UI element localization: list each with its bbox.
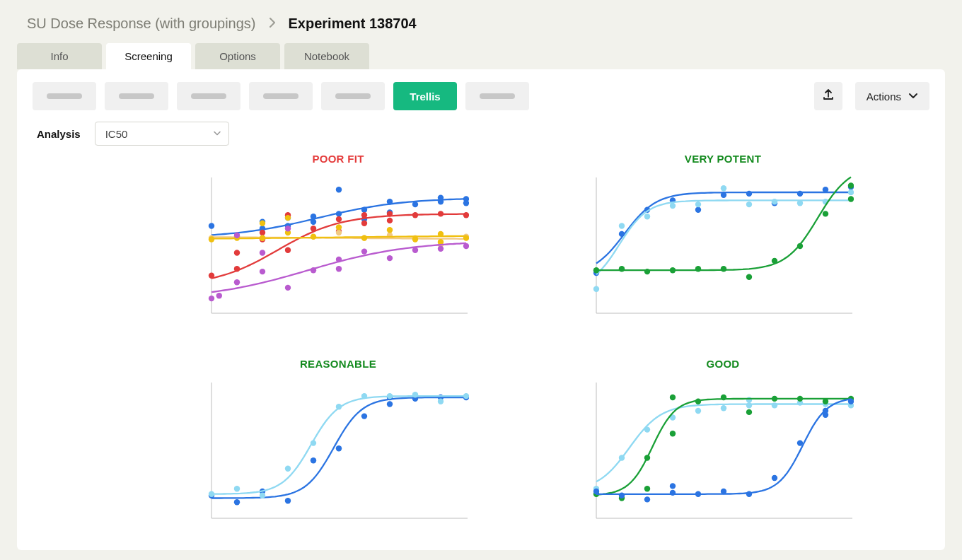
sub-tab-6[interactable] [465,82,529,110]
data-point [336,404,342,409]
data-point [670,431,676,436]
data-point [336,266,342,272]
data-point [797,200,803,206]
data-point [311,440,316,445]
chart-very_potent [592,176,854,317]
data-point [361,212,367,218]
data-point [336,257,342,262]
export-button[interactable] [814,82,842,110]
fit-curve [596,404,851,482]
data-point [746,402,752,408]
chart-good [592,381,854,523]
data-point [285,247,291,253]
data-point [593,489,599,494]
data-point [336,230,342,235]
data-point [463,393,469,399]
data-point [463,212,469,218]
toolbar: Trellis Actions [33,82,929,110]
data-point [438,211,444,216]
fit-curve [596,192,851,264]
trellis-cell-very_potent: VERY POTENT [566,153,880,329]
sub-tab-1[interactable] [105,82,168,110]
chart-poor_fit [207,176,469,317]
data-point [848,196,854,202]
panel-title: GOOD [706,358,739,370]
data-point [412,212,418,218]
data-point [260,221,265,226]
data-point [412,392,418,397]
actions-button[interactable]: Actions [855,82,929,110]
data-point [209,491,214,497]
tab-options[interactable]: Options [195,43,280,69]
data-point [438,246,444,252]
data-point [797,243,803,249]
chevron-right-icon [269,16,276,31]
data-point [361,248,367,254]
tab-info[interactable]: Info [17,43,102,69]
data-point [387,255,393,261]
data-point [260,230,265,235]
data-point [695,491,701,497]
analysis-label: Analysis [37,128,81,140]
tab-notebook[interactable]: Notebook [284,43,369,69]
data-point [209,223,214,228]
chevron-down-icon [213,128,221,140]
data-point [721,266,726,272]
fit-curve [596,200,851,274]
sub-tab-0[interactable] [33,82,96,110]
data-point [721,405,726,411]
data-point [209,236,214,242]
data-point [746,409,752,415]
data-point [234,499,240,505]
fit-curve [596,399,851,495]
trellis-cell-poor_fit: POOR FIT [181,153,495,329]
data-point [285,285,291,291]
analysis-row: Analysis IC50 [33,122,929,146]
data-point [387,211,393,216]
data-point [361,221,367,226]
data-point [721,489,726,494]
data-point [463,200,469,206]
panel-title: POOR FIT [312,153,364,165]
panel-title: REASONABLE [300,358,376,370]
data-point [695,408,701,414]
breadcrumb-parent[interactable]: SU Dose Response (with groupings) [27,16,256,32]
sub-tab-3[interactable] [249,82,313,110]
tab-screening[interactable]: Screening [106,43,191,69]
data-point [721,185,726,191]
sub-tab-2[interactable] [177,82,240,110]
data-point [336,211,342,216]
data-point [285,498,291,503]
data-point [823,412,828,418]
trellis-cell-reasonable: REASONABLE [181,358,495,535]
data-point [336,187,342,192]
data-point [361,235,367,240]
sub-tab-trellis[interactable]: Trellis [393,82,457,110]
analysis-select[interactable]: IC50 [95,122,229,146]
data-point [361,413,367,419]
data-point [797,396,803,402]
data-point [438,399,444,404]
data-point [772,396,777,402]
data-point [619,231,625,237]
breadcrumb: SU Dose Response (with groupings) Experi… [0,0,962,43]
data-point [260,235,265,240]
main-tabs: Info Screening Options Notebook [0,43,962,69]
sub-tab-4[interactable] [321,82,385,110]
breadcrumb-current: Experiment 138704 [289,16,417,32]
data-point [234,233,240,238]
data-point [234,250,240,255]
data-point [644,486,650,491]
trellis-grid: POOR FITVERY POTENTREASONABLEGOOD [33,153,929,535]
data-point [619,223,625,228]
data-point [311,267,316,273]
data-point [311,457,316,463]
data-point [644,455,650,460]
data-point [619,266,625,272]
analysis-value: IC50 [105,128,128,140]
data-point [593,267,599,273]
data-point [619,455,625,460]
data-point [387,218,393,223]
data-point [644,269,650,274]
data-point [823,211,828,216]
